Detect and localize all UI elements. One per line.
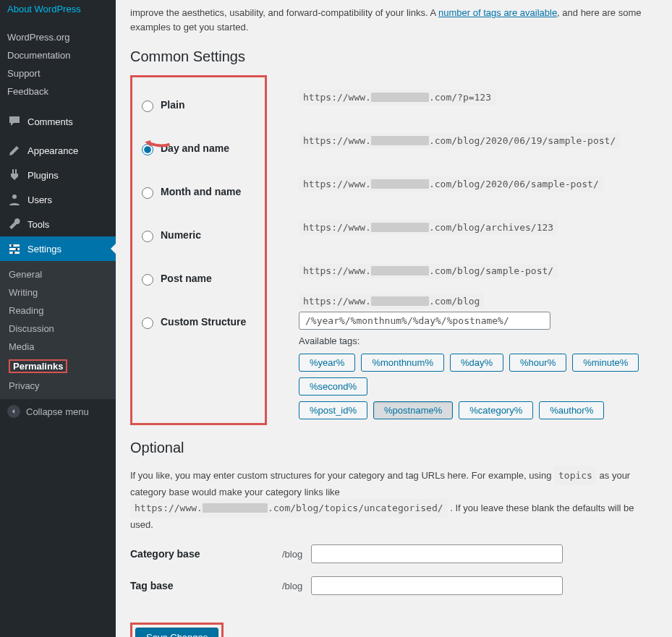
svg-rect-1 [9,244,20,247]
settings-content: improve the aesthetics, usability, and f… [116,0,672,637]
comments-icon [7,114,22,129]
tag-category[interactable]: %category% [459,401,533,419]
category-base-input[interactable] [311,544,563,563]
available-tags-label: Available tags: [299,335,658,346]
svg-point-5 [16,248,18,250]
tag-author[interactable]: %author% [539,401,604,419]
tools-icon [7,217,22,231]
common-settings-heading: Common Settings [130,48,658,65]
tag-second[interactable]: %second% [299,377,367,396]
radio-numeric[interactable] [142,231,153,242]
radio-postname[interactable] [142,274,153,286]
tags-help-link[interactable]: number of tags are available [438,7,557,18]
tag-base-input[interactable] [311,576,563,595]
admin-sidebar: About WordPressWordPress.orgDocumentatio… [0,0,116,637]
permalink-options-highlight: PlainDay and nameMonth and nameNumericPo… [130,75,267,425]
tag-monthnum[interactable]: %monthnum% [361,354,444,372]
example-code-topics: topics [554,466,597,485]
svg-point-4 [12,244,14,247]
sidebar-toplink-documentation[interactable]: Documentation [0,46,116,64]
collapse-label: Collapse menu [26,406,89,417]
optional-heading: Optional [130,440,658,456]
radio-dayname[interactable] [142,144,153,155]
sidebar-item-tools[interactable]: Tools [0,212,116,236]
settings-sub-permalinks[interactable]: Permalinks [0,356,116,377]
tag-day[interactable]: %day% [450,354,503,372]
radio-label-dayname[interactable]: Day and name [161,142,229,154]
save-changes-button[interactable]: Save Changes [135,628,218,637]
sidebar-toplink-about-wordpress[interactable]: About WordPress [0,0,116,18]
radio-label-monthname[interactable]: Month and name [161,186,241,197]
settings-sub-reading[interactable]: Reading [0,302,116,320]
optional-description: If you like, you may enter custom struct… [130,466,658,531]
save-button-highlight: Save Changes [130,623,224,637]
category-base-label: Category base [130,548,282,560]
radio-monthname[interactable] [142,187,153,199]
example-url-postname: https://www..com/blog/sample-post/ [299,263,558,278]
radio-custom[interactable] [142,317,153,329]
tag-post_id[interactable]: %post_id% [299,401,367,419]
tag-base-label: Tag base [130,580,282,591]
tag-minute[interactable]: %minute% [572,354,639,372]
sidebar-item-users[interactable]: Users [0,187,116,212]
collapse-icon [7,405,20,418]
permalinks-highlight: Permalinks [9,359,67,373]
sidebar-item-settings[interactable]: Settings [0,236,116,261]
radio-label-numeric[interactable]: Numeric [161,229,201,241]
tag-postname[interactable]: %postname% [373,401,453,419]
sidebar-item-appearance[interactable]: Appearance [0,138,116,163]
example-url-dayname: https://www..com/blog/2020/06/19/sample-… [299,133,620,148]
intro-paragraph: improve the aesthetics, usability, and f… [130,6,658,34]
radio-label-postname[interactable]: Post name [161,273,212,284]
svg-rect-2 [9,248,20,250]
radio-label-custom[interactable]: Custom Structure [161,316,246,328]
settings-sub-media[interactable]: Media [0,338,116,356]
tag-year[interactable]: %year% [299,354,355,372]
settings-icon [7,241,22,256]
custom-structure-input[interactable] [299,312,550,330]
appearance-icon [7,143,22,158]
tag-base-prefix: /blog [282,581,311,591]
sidebar-item-comments[interactable]: Comments [0,105,116,138]
sidebar-item-plugins[interactable]: Plugins [0,163,116,187]
example-url-numeric: https://www..com/blog/archives/123 [299,220,558,235]
settings-sub-privacy[interactable]: Privacy [0,377,116,395]
plugins-icon [7,168,22,182]
collapse-menu[interactable]: Collapse menu [0,399,116,424]
example-url-monthname: https://www..com/blog/2020/06/sample-pos… [299,176,603,192]
users-icon [7,192,22,207]
svg-point-6 [13,252,15,254]
category-base-prefix: /blog [282,549,311,560]
example-url-topics: https://www..com/blog/topics/uncategoris… [130,499,448,518]
tag-hour[interactable]: %hour% [509,354,566,372]
radio-label-plain[interactable]: Plain [161,99,184,111]
sidebar-toplink-wordpress-org[interactable]: WordPress.org [0,28,116,46]
radio-plain[interactable] [142,101,153,112]
example-url-custom: https://www..com/blog [299,294,484,309]
sidebar-toplink-support[interactable]: Support [0,64,116,82]
example-url-plain: https://www..com/?p=123 [299,90,496,105]
settings-sub-general[interactable]: General [0,265,116,283]
svg-point-0 [12,194,17,199]
sidebar-toplink-feedback[interactable]: Feedback [0,82,116,101]
settings-sub-writing[interactable]: Writing [0,283,116,302]
settings-sub-discussion[interactable]: Discussion [0,320,116,338]
